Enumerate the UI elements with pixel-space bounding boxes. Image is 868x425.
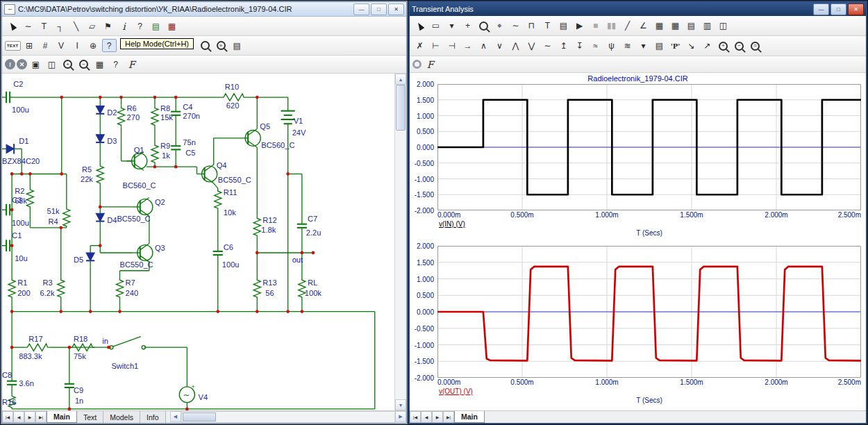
scroll-right-button[interactable]: ▶ [395, 411, 406, 422]
component-label[interactable]: R5 [82, 165, 92, 174]
tab-models[interactable]: Models [103, 411, 140, 423]
valley-icon[interactable]: ∨ [492, 40, 507, 53]
component-label[interactable]: 1n [75, 397, 83, 405]
stacked-plots-icon[interactable]: ≋ [620, 40, 635, 53]
component-label[interactable]: C9 [74, 386, 83, 394]
scroll-down-button[interactable]: ▼ [395, 399, 406, 410]
stop-icon[interactable]: ■ [588, 19, 603, 33]
component-label[interactable]: in [102, 337, 108, 345]
component-label[interactable]: Switch1 [111, 362, 138, 370]
component-label[interactable]: D3 [107, 137, 117, 145]
scroll-left-button[interactable]: ◀ [170, 411, 181, 422]
plot-canvas[interactable] [437, 246, 861, 378]
component-label[interactable]: 56 [265, 289, 274, 297]
component-label[interactable]: R9 [160, 142, 170, 150]
zoom-auto-icon[interactable]: = [748, 40, 762, 53]
node-voltages-icon[interactable]: V [54, 39, 69, 52]
schematic-titlebar[interactable]: ∼ C:\MC9\DATA\Petrov\switching distortio… [2, 2, 406, 17]
minimize-button[interactable]: — [813, 3, 829, 15]
component-label[interactable]: 75n [183, 138, 196, 147]
component-label[interactable]: 270 [127, 113, 140, 122]
find-icon[interactable] [198, 39, 212, 52]
graph-object-icon[interactable]: ▭ [428, 19, 443, 33]
performance-tag-icon[interactable]: 'P' [668, 40, 683, 53]
zoom-in-icon[interactable]: + [60, 58, 75, 71]
component-label[interactable]: 200 [17, 289, 31, 297]
erase-cursors-icon[interactable]: ✗ [412, 40, 427, 53]
component-label[interactable]: V1 [294, 117, 303, 125]
cursor-mode-icon[interactable]: ⌖ [492, 19, 507, 33]
prev-tab-button[interactable]: ◀ [421, 411, 432, 423]
font-icon[interactable]: F [423, 58, 437, 71]
component-label[interactable]: 75k [74, 352, 86, 360]
horizontal-scrollbar[interactable]: ◀ ▶ [170, 411, 406, 423]
component-label[interactable]: C2 [13, 79, 23, 88]
current-display-icon[interactable]: I [70, 39, 85, 52]
waveform-trace[interactable] [437, 267, 861, 360]
component-label[interactable]: 100u [12, 106, 29, 114]
component-label[interactable]: R7 [126, 278, 135, 287]
split-view-icon[interactable]: ◫ [716, 19, 731, 33]
vertical-scroll-track[interactable] [395, 85, 406, 399]
peak-icon[interactable]: ∧ [476, 40, 491, 53]
component-label[interactable]: C5 [185, 149, 195, 157]
component-label[interactable]: 100u [222, 260, 240, 269]
help-topics-icon[interactable]: ? [108, 58, 123, 71]
component-label[interactable]: R10 [225, 83, 239, 91]
component-label[interactable]: R12 [262, 216, 276, 224]
zoom-out-icon[interactable]: − [76, 58, 91, 71]
component-label[interactable]: R3 [43, 278, 53, 287]
wire-mode-icon[interactable]: ┐ [53, 19, 67, 33]
diagonal-wire-mode-icon[interactable]: ╲ [69, 19, 83, 33]
component-palette-icon[interactable]: ▦ [165, 19, 179, 33]
bottom-tag-icon[interactable]: ↧ [572, 40, 587, 53]
component-label[interactable]: R18 [74, 335, 87, 343]
numeric-output-icon[interactable]: ▥ [700, 19, 715, 33]
object-dropdown-icon[interactable]: ▾ [444, 19, 459, 33]
prev-tab-button[interactable]: ◀ [13, 411, 24, 423]
close-button[interactable]: ✕ [388, 3, 404, 15]
component-label[interactable]: BC550_C [218, 176, 251, 184]
component-label[interactable]: C7 [308, 214, 317, 222]
zoom-mode-icon[interactable] [476, 19, 491, 33]
data-points-icon[interactable]: ▤ [684, 19, 699, 33]
scale-mode-icon[interactable]: ⊓ [524, 19, 539, 33]
copy-bitmap-icon[interactable]: ◫ [44, 58, 59, 71]
last-tab-button[interactable]: ▶| [443, 411, 454, 423]
tag-horizontal-icon[interactable]: ↘ [684, 40, 699, 53]
branch-curves-icon[interactable]: ψ [604, 40, 619, 53]
component-label[interactable]: D2 [107, 108, 117, 117]
component-label[interactable]: 51k [47, 207, 60, 215]
component-label[interactable]: D1 [19, 137, 28, 145]
horizontal-scroll-track[interactable] [181, 411, 395, 423]
component-label[interactable]: V4 [199, 392, 208, 401]
component-label[interactable]: 620 [226, 101, 240, 109]
select-arrow-icon[interactable] [412, 19, 427, 33]
scroll-up-button[interactable]: ▲ [395, 74, 406, 85]
component-mode-icon[interactable]: ∼ [21, 19, 35, 33]
component-label[interactable]: C1 [12, 231, 22, 240]
first-tab-button[interactable]: |◀ [410, 411, 421, 423]
component-label[interactable]: Q4 [217, 161, 227, 169]
zoom-in-icon[interactable]: + [716, 40, 731, 53]
maximize-button[interactable]: □ [831, 3, 846, 15]
erase-circle-icon[interactable]: ✕ [17, 59, 27, 69]
next-tab-button[interactable]: ▶ [24, 411, 35, 423]
component-label[interactable]: R16 [2, 398, 16, 406]
component-label[interactable]: Q5 [260, 122, 270, 131]
info-circle-icon[interactable]: ! [5, 59, 15, 69]
flag-mode-icon[interactable]: ⚑ [101, 19, 115, 33]
envelope-icon[interactable]: ≈ [588, 40, 603, 53]
component-label[interactable]: 883.3k [19, 352, 42, 360]
inflection-icon[interactable]: ∼ [540, 40, 555, 53]
cursor-right-icon[interactable]: ⊣ [444, 40, 459, 53]
component-label[interactable]: R2 [15, 187, 24, 195]
run-icon[interactable]: ▶ [572, 19, 587, 33]
component-label[interactable]: C8 [2, 370, 12, 378]
component-label[interactable]: 100u [12, 219, 29, 227]
pan-mode-icon[interactable]: + [460, 19, 475, 33]
info-page-icon[interactable]: ▤ [230, 39, 244, 52]
component-label[interactable]: 240 [126, 289, 139, 297]
close-button[interactable]: ✕ [848, 3, 864, 15]
pause-icon[interactable]: ▮▮ [604, 19, 619, 33]
